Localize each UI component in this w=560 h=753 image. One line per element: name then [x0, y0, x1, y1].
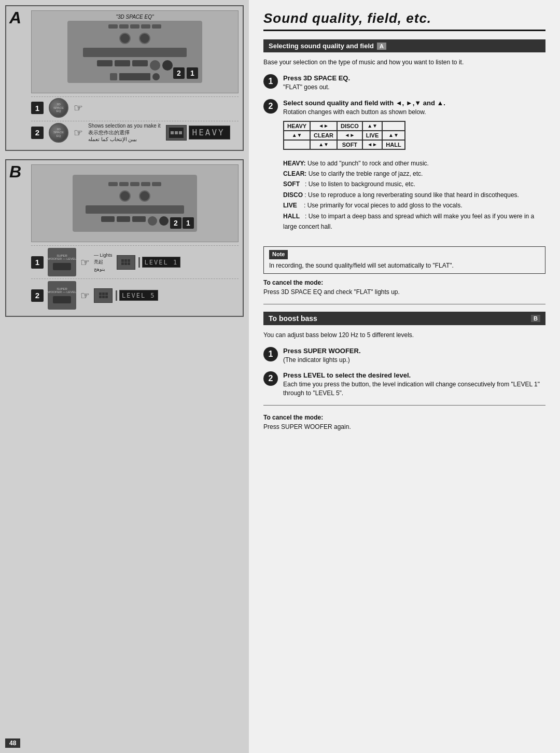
compact-device-2: SUPERWOOFER — LEVEL — [48, 281, 76, 310]
boost-cancel-title: To cancel the mode: — [263, 413, 545, 422]
soft-desc: Use to listen to background music, etc. — [309, 180, 415, 188]
section-a-label: A — [9, 9, 21, 26]
device-body-b: 1 2 — [73, 175, 197, 232]
step-badge-2b: 2 — [170, 217, 181, 229]
boost-step-1-title: Press SUPER WOOFER. — [283, 347, 545, 355]
step-num-2a: 2 — [31, 127, 44, 139]
cell-hall: HALL — [382, 140, 404, 149]
boost-step-circle-2: 2 — [263, 371, 278, 386]
b-step-2-row: 2 SUPERWOOFER — LEVEL ☞ — [31, 278, 239, 310]
cell-av-2: ▲▼ — [284, 131, 310, 140]
hand-icon-b2: ☞ — [80, 289, 90, 302]
cancel-note: To cancel the mode: Press 3D SPACE EQ an… — [263, 278, 545, 297]
field-grid: HEAVY ◄► DISCO ▲▼ ▲▼ CLEAR ◄► LIVE ▲▼ ▲▼ — [283, 121, 405, 150]
step-2-row-a: 2 3D SPACE EQ ☞ Shows selection as you m… — [31, 121, 239, 144]
display-level1: LEVEL 1 — [145, 259, 178, 266]
step-2-block: 2 Select sound quality and field with ◄,… — [263, 99, 545, 240]
boost-cancel-note: To cancel the mode: Press SUPER WOOFER a… — [263, 413, 545, 431]
section-a-box: A "3D SPACE EQ" — [5, 5, 244, 151]
page-title: Sound quality, field, etc. — [263, 10, 545, 31]
step-2-title: Select sound quality and field with ◄, ►… — [283, 99, 545, 107]
boost-step-1-content: Press SUPER WOOFER. (The indicator light… — [283, 347, 545, 365]
knob-1: 3D SPACE EQ — [49, 98, 68, 118]
descriptions: HEAVY: Use to add "punch" to rock and ot… — [283, 158, 545, 232]
cancel-text: Press 3D SPACE EQ and check "FLAT" light… — [263, 287, 545, 297]
page-number: 48 — [5, 738, 20, 748]
boost-header-text: To boost bass — [269, 314, 317, 323]
selection-text: Shows selection as you make it 表示您作出的選擇 … — [88, 122, 161, 143]
step-circle-2: 2 — [263, 99, 278, 114]
boost-step-2-desc: Each time you press the button, the leve… — [283, 380, 545, 398]
boost-header: To boost bass B — [263, 312, 545, 325]
boost-cancel-text: Press SUPER WOOFER again. — [263, 422, 545, 431]
live-desc: Use primarily for vocal pieces to add gl… — [307, 202, 463, 209]
cell-disco: DISCO — [337, 121, 362, 131]
intro-text: Base your selection on the type of music… — [263, 58, 545, 67]
device-diagram-b: 1 2 — [31, 164, 239, 242]
boost-step-2-block: 2 Press LEVEL to select the desired leve… — [263, 371, 545, 398]
device-diagram-a: "3D SPACE EQ" — [31, 10, 239, 93]
knob-2-label: 3D SPACE EQ — [53, 128, 64, 138]
selecting-badge: A — [377, 43, 386, 50]
clear-desc: Use to clarify the treble range of jazz,… — [309, 170, 423, 177]
cell-av-3: ▲▼ — [382, 131, 404, 140]
step-circle-1: 1 — [263, 74, 278, 89]
step-2-content: Select sound quality and field with ◄, ►… — [283, 99, 545, 240]
lights-label: — Lights — [94, 253, 113, 258]
note-header: Note — [269, 250, 288, 259]
divider — [263, 304, 545, 304]
hand-icon-1: ☞ — [74, 102, 83, 114]
boost-step-2-content: Press LEVEL to select the desired level.… — [283, 371, 545, 398]
cell-av-1: ▲▼ — [362, 121, 382, 131]
device-body-a: 1 2 — [67, 21, 202, 83]
cell-heavy: HEAVY — [284, 121, 310, 131]
boost-step-1-desc: (The indicator lights up.) — [283, 356, 545, 365]
step-1-block: 1 Press 3D SPACE EQ. "FLAT" goes out. — [263, 74, 545, 92]
note-box: Note In recording, the sound quality/fie… — [263, 246, 545, 273]
cancel-title: To cancel the mode: — [263, 278, 545, 287]
disco-desc: Use to reproduce a long reverberating so… — [308, 191, 519, 199]
cell-clear: CLEAR — [310, 131, 337, 140]
boost-step-2-title: Press LEVEL to select the desired level. — [283, 371, 545, 379]
hand-icon-2a: ☞ — [74, 127, 83, 139]
step-1-content: Press 3D SPACE EQ. "FLAT" goes out. — [283, 74, 545, 92]
boost-intro: You can adjust bass below 120 Hz to 5 di… — [263, 330, 545, 340]
step-1-row-a: 1 3D SPACE EQ ☞ — [31, 96, 239, 119]
device-eq-label: "3D SPACE EQ" — [116, 14, 153, 20]
section-b-box: B — [5, 159, 244, 317]
cell-soft: SOFT — [337, 140, 362, 149]
hand-icon-b1: ☞ — [80, 256, 90, 269]
cell-arrow-1: ◄► — [310, 121, 337, 131]
heavy-desc: Use to add "punch" to rock and other mus… — [307, 160, 429, 167]
cell-av-4: ▲▼ — [310, 140, 337, 149]
display-level5: LEVEL 5 — [122, 292, 156, 299]
knob-1-label: 3D SPACE EQ — [53, 103, 64, 113]
selecting-header: Selecting sound quality and field A — [263, 39, 545, 52]
right-panel: Sound quality, field, etc. Selecting sou… — [249, 0, 560, 753]
step-badge-1b: 1 — [183, 217, 194, 229]
divider-2 — [263, 405, 545, 406]
step-1-title: Press 3D SPACE EQ. — [283, 74, 545, 82]
left-panel: A "3D SPACE EQ" — [0, 0, 249, 753]
boost-badge: B — [531, 315, 540, 322]
step-badge-1a: 1 — [187, 67, 198, 79]
note-text: In recording, the sound quality/field wi… — [269, 261, 540, 270]
knob-2: 3D SPACE EQ — [49, 123, 68, 143]
selecting-header-text: Selecting sound quality and field — [269, 42, 374, 50]
boost-step-1-block: 1 Press SUPER WOOFER. (The indicator lig… — [263, 347, 545, 365]
cell-live: LIVE — [362, 131, 382, 140]
boost-step-circle-1: 1 — [263, 347, 278, 361]
b-step-num-2: 2 — [31, 289, 44, 302]
b-step-num-1: 1 — [31, 256, 44, 269]
cell-arrow-2: ◄► — [337, 131, 362, 140]
display-heavy: HEAVY — [192, 128, 227, 137]
step-badge-2a: 2 — [173, 67, 185, 79]
step-2-desc: Rotation changes with each button as sho… — [283, 108, 545, 117]
b-step-1-row: 1 SUPERWOOFER — LEVEL ☞ — Lights 亮起 ينوه… — [31, 245, 239, 276]
cell-arrow-3: ◄► — [362, 140, 382, 149]
step-num-1: 1 — [31, 102, 44, 114]
step-1-desc: "FLAT" goes out. — [283, 83, 545, 92]
section-b-label: B — [9, 163, 21, 180]
compact-device-1: SUPERWOOFER — LEVEL — [48, 248, 76, 276]
hall-desc: Use to impart a deep bass and spread whi… — [283, 213, 534, 230]
